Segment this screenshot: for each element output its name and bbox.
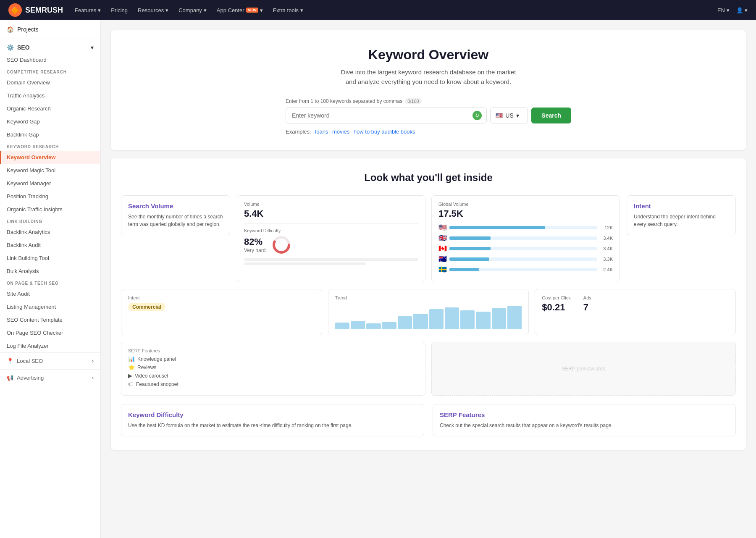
sidebar-seo-section[interactable]: ⚙️ SEO ▾: [0, 39, 100, 53]
trend-bar: [476, 312, 490, 329]
sidebar-projects[interactable]: 🏠 Projects: [0, 20, 100, 39]
volume-bar-fill: [449, 226, 545, 229]
search-button[interactable]: Search: [531, 108, 571, 123]
kd-ring-container: 82% Very hard: [244, 235, 418, 255]
country-flag: 🇬🇧: [438, 234, 447, 242]
trend-bar: [429, 309, 444, 329]
us-flag: 🇺🇸: [496, 112, 503, 119]
sidebar-item-backlink-analytics[interactable]: Backlink Analytics: [0, 226, 100, 239]
nav-company[interactable]: Company ▾: [178, 7, 207, 13]
flag-row: 🇬🇧 3.4K: [438, 234, 613, 242]
volume-bar-wrap: [449, 226, 597, 229]
language-selector[interactable]: EN ▾: [717, 7, 730, 13]
cpc-ads-card: Cost per Click $0.21 Ads 7: [535, 289, 736, 335]
nav-links: Features ▾ Pricing Resources ▾ Company ▾…: [75, 7, 706, 13]
search-label: Enter from 1 to 100 keywords separated b…: [286, 98, 571, 104]
example-movies[interactable]: movies: [332, 129, 349, 135]
sidebar-item-keyword-manager[interactable]: Keyword Manager: [0, 177, 100, 190]
chevron-down-icon: ▾: [91, 44, 94, 51]
sidebar-item-log-file-analyzer[interactable]: Log File Analyzer: [0, 339, 100, 352]
volume-bar-wrap: [449, 268, 597, 271]
chevron-down-icon: ▾: [204, 7, 207, 13]
volume-bar-wrap: [449, 257, 597, 261]
trend-bar: [351, 321, 365, 329]
chevron-down-icon: ▾: [260, 7, 263, 13]
sidebar-item-backlink-gap[interactable]: Backlink Gap: [0, 128, 100, 141]
sidebar-item-seo-content-template[interactable]: SEO Content Template: [0, 313, 100, 326]
features-card: Look what you'll get inside Search Volum…: [111, 158, 746, 450]
trend-chart: [335, 304, 522, 329]
country-flag: 🇺🇸: [438, 223, 447, 231]
sidebar-item-site-audit[interactable]: Site Audit: [0, 287, 100, 300]
search-section: Enter from 1 to 100 keywords separated b…: [286, 98, 571, 135]
serp-feature-icon: ⭐: [128, 364, 135, 370]
sidebar-item-backlink-audit[interactable]: Backlink Audit: [0, 239, 100, 252]
serp-feature-icon: 🏷: [128, 381, 134, 387]
feature-serp-desc: SERP Features Check out the special sear…: [433, 404, 736, 436]
seo-title-row: ⚙️ SEO: [7, 44, 30, 51]
trend-bar: [366, 323, 381, 329]
intent-card: Intent Commercial: [121, 289, 322, 335]
country-selector[interactable]: 🇺🇸 US ▾: [490, 108, 528, 123]
sidebar-item-keyword-gap[interactable]: Keyword Gap: [0, 115, 100, 128]
nav-pricing[interactable]: Pricing: [111, 7, 128, 13]
serp-feature-item: 📊Knowledge panel: [128, 356, 418, 362]
volume-value: 12K: [599, 225, 613, 230]
trend-bar: [413, 314, 428, 329]
logo[interactable]: 🔶 SEMRUSH: [8, 3, 63, 17]
trend-bar: [492, 308, 506, 329]
sidebar-item-seo-dashboard[interactable]: SEO Dashboard: [0, 53, 100, 66]
bottom-features: Keyword Difficulty Use the best KD formu…: [121, 404, 736, 436]
sidebar-item-organic-traffic-insights[interactable]: Organic Traffic Insights: [0, 203, 100, 216]
page-title: Keyword Overview: [121, 47, 736, 63]
volume-value: 3.4K: [599, 246, 613, 251]
sidebar-local-seo[interactable]: 📍 Local SEO ›: [0, 352, 100, 369]
chevron-down-icon: ▾: [98, 7, 101, 13]
volume-bar-fill: [449, 236, 491, 240]
serp-feature-item: ⭐Reviews: [128, 364, 418, 370]
sidebar-item-keyword-magic-tool[interactable]: Keyword Magic Tool: [0, 164, 100, 177]
sidebar-item-organic-research[interactable]: Organic Research: [0, 102, 100, 115]
seo-icon: ⚙️: [7, 44, 14, 51]
location-icon: 📍: [7, 358, 13, 364]
feature-search-volume-desc: Search Volume See the monthly number of …: [121, 195, 230, 235]
serp-items: 📊Knowledge panel⭐Reviews▶Video carousel🏷…: [128, 356, 418, 387]
flag-row: 🇺🇸 12K: [438, 223, 613, 231]
serp-feature-item: 🏷Feautured snoppet: [128, 381, 418, 387]
sidebar-advertising[interactable]: 📢 Advertising ›: [0, 369, 100, 386]
sidebar-item-keyword-overview[interactable]: Keyword Overview: [0, 151, 100, 164]
serp-features-card: SERP Features 📊Knowledge panel⭐Reviews▶V…: [121, 342, 425, 396]
serp-feature-icon: ▶: [128, 373, 132, 379]
top-navigation: 🔶 SEMRUSH Features ▾ Pricing Resources ▾…: [0, 0, 756, 20]
sidebar-item-position-tracking[interactable]: Position Tracking: [0, 190, 100, 203]
sidebar-item-on-page-seo-checker[interactable]: On Page SEO Checker: [0, 326, 100, 339]
trend-bar: [445, 307, 459, 329]
nav-features[interactable]: Features ▾: [75, 7, 101, 13]
country-flag: 🇨🇦: [438, 244, 447, 252]
sidebar-item-bulk-analysis[interactable]: Bulk Analysis: [0, 265, 100, 278]
nav-extratools[interactable]: Extra tools ▾: [273, 7, 303, 13]
country-flag: 🇸🇪: [438, 265, 447, 273]
overview-subtitle: Dive into the largest keyword research d…: [121, 68, 736, 87]
volume-bar-wrap: [449, 236, 597, 240]
home-icon: 🏠: [7, 26, 14, 33]
user-menu[interactable]: 👤 ▾: [736, 7, 748, 13]
nav-right: EN ▾ 👤 ▾: [717, 7, 748, 13]
features-title: Look what you'll get inside: [121, 172, 736, 184]
nav-resources[interactable]: Resources ▾: [138, 7, 168, 13]
sidebar-item-link-building-tool[interactable]: Link Building Tool: [0, 252, 100, 265]
sidebar-item-listing-management[interactable]: Listing Management: [0, 300, 100, 313]
volume-bar-wrap: [449, 247, 597, 250]
examples-row: Examples: loans movies how to buy audibl…: [286, 129, 571, 135]
trend-bar: [382, 322, 396, 329]
volume-bar-fill: [449, 247, 491, 250]
sidebar-item-traffic-analytics[interactable]: Traffic Analytics: [0, 89, 100, 102]
sidebar-item-domain-overview[interactable]: Domain Overview: [0, 76, 100, 89]
country-flag: 🇦🇺: [438, 255, 447, 263]
example-loans[interactable]: loans: [315, 129, 328, 135]
nav-appcenter[interactable]: App Center NEW ▾: [217, 7, 263, 13]
keyword-search-input[interactable]: [286, 108, 487, 123]
serp-placeholder: SERP preview area: [431, 342, 736, 396]
trend-card: Trend: [328, 289, 529, 335]
example-audible[interactable]: how to buy audible books: [354, 129, 415, 135]
